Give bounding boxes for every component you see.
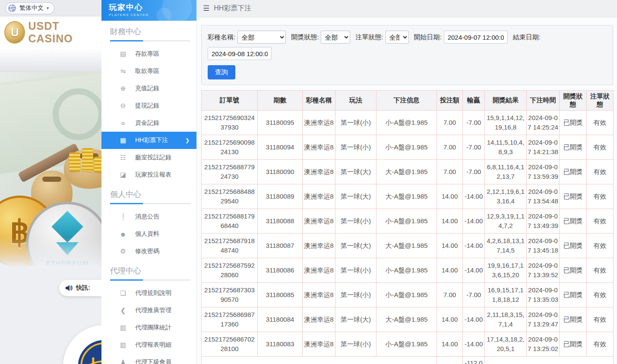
- floating-team-badge[interactable]: [63, 325, 101, 364]
- main-titlebar: ☰ HH彩票下注: [197, 0, 617, 17]
- promo-photo: KB 46279 ฿ ETHEREUM: [0, 72, 101, 268]
- cell-draw-result: 17,14,3,18,2,20,5,1: [485, 332, 527, 357]
- language-selector[interactable]: 繁体中文 ▾: [5, 2, 54, 14]
- cell-bet-time: 2024-09-07 13:35:03: [527, 283, 560, 307]
- ticker-label: 快訊:: [76, 284, 90, 292]
- sidebar-item[interactable]: ☻個人資料: [101, 225, 196, 243]
- column-header: 玩法: [335, 91, 377, 111]
- cell-draw-result: 6,8,11,16,4,12,13,7: [485, 160, 527, 184]
- sidebar-item[interactable]: ♟代理下級會員: [101, 354, 196, 364]
- cell-lottery-name: 澳洲幸运8: [303, 135, 335, 160]
- sidebar-item-label: 取款專區: [135, 67, 159, 75]
- sidebar-item[interactable]: ⇋取款專區: [101, 63, 196, 80]
- cell-order-status: 有效: [587, 111, 614, 135]
- cell-order-status: 有效: [587, 234, 614, 258]
- language-bar: 繁体中文 ▾: [0, 0, 101, 16]
- speaker-icon: [65, 285, 73, 291]
- lottery-name-select[interactable]: 全部: [237, 31, 286, 44]
- cell-bet-info: 小-A盤@1.985: [377, 332, 437, 357]
- logo-text: USDT CASINO: [28, 20, 101, 45]
- section-title: 個人中心: [110, 189, 196, 199]
- bill-serial-text: KB 46279: [30, 244, 82, 256]
- bitcoin-symbol: ฿: [10, 214, 30, 250]
- cell-win-loss: -14.00: [463, 258, 485, 283]
- cell-order-no: 2152172568877924730: [202, 160, 258, 184]
- deposit-icon: ▤: [119, 50, 127, 58]
- start-date-input[interactable]: [444, 31, 508, 44]
- cell-play-type: 第一球(小): [335, 135, 377, 160]
- agent-promo-icon: ❮: [119, 307, 127, 314]
- page-summary-empty: [485, 357, 614, 364]
- cell-order-status: 有效: [587, 283, 614, 307]
- sidebar-item-label: 充值記錄: [135, 85, 159, 92]
- sidebar-item[interactable]: ❏代理規則說明: [101, 285, 196, 302]
- table-header-row: 訂單號期數彩種名稱玩法下注信息投注額輸贏開獎結果下注時間開獎狀態注單狀態: [202, 91, 614, 111]
- cell-order-status: 有效: [587, 307, 614, 332]
- sidebar-item[interactable]: ❮代理推廣管理: [101, 302, 196, 319]
- table-row: 215217256900982413031180094澳洲幸运8第一球(小)小-…: [202, 135, 614, 160]
- order-status-select[interactable]: 全部: [386, 31, 409, 44]
- sidebar-item-label: 提現記錄: [135, 102, 159, 110]
- sidebar-item[interactable]: ⊖提現記錄: [101, 97, 196, 114]
- cell-draw-status: 已開獎: [560, 307, 587, 332]
- cell-bet-amount: 14.00: [437, 184, 463, 209]
- cell-bet-info: 大-A盤@1.985: [377, 184, 437, 209]
- page-summary-bet: 112.00: [437, 357, 463, 364]
- sidebar-item[interactable]: ▥代理報表明細: [101, 336, 196, 354]
- cell-win-loss: -14.00: [463, 307, 485, 332]
- chevron-down-icon: ▾: [47, 6, 49, 10]
- cell-lottery-name: 澳洲幸运8: [303, 307, 335, 332]
- cell-bet-amount: 14.00: [437, 209, 463, 234]
- cell-bet-time: 2024-09-07 13:25:02: [527, 332, 560, 357]
- page-summary-winloss: -112.00: [463, 357, 485, 364]
- cell-order-status: 有效: [587, 160, 614, 184]
- sidebar-item[interactable]: ❕消息公告: [101, 208, 196, 225]
- cell-order-status: 有效: [587, 258, 614, 283]
- hall-bet-record-icon: ☷: [119, 154, 127, 161]
- sidebar-item[interactable]: ▦HH彩票下注❯: [101, 132, 196, 149]
- cell-order-no: 2152172568670228100: [202, 332, 258, 357]
- cell-draw-status: 已開獎: [560, 258, 587, 283]
- agent-members-icon: ♟: [119, 358, 127, 364]
- search-button[interactable]: 查詢: [208, 65, 235, 79]
- cell-lottery-name: 澳洲幸运8: [303, 332, 335, 357]
- cell-play-type: 第一球(大): [335, 307, 377, 332]
- sidebar-item[interactable]: ▤存款專區: [101, 45, 196, 63]
- cell-draw-result: 19,9,16,17,13,6,15,20: [485, 258, 527, 283]
- cell-draw-status: 已開獎: [560, 160, 587, 184]
- filter-row: 彩種名稱: 全部 開獎狀態: 全部 注單狀態: 全部 開始日期: 結束日期:: [208, 31, 608, 60]
- sidebar-item[interactable]: ☷廳室投註記錄: [101, 149, 196, 166]
- cell-bet-amount: 14.00: [437, 234, 463, 258]
- globe-icon: [8, 4, 16, 13]
- cell-play-type: 第一球(大): [335, 184, 377, 209]
- sidebar-item-label: 修改密碼: [135, 247, 159, 255]
- cell-bet-info: 大-A盤@1.985: [377, 160, 437, 184]
- ethereum-diamond: [51, 211, 83, 243]
- draw-status-label: 開獎狀態:: [291, 33, 319, 41]
- hamburger-menu-icon[interactable]: ☰: [203, 4, 209, 13]
- sidebar-item[interactable]: ⚙修改密碼: [101, 243, 196, 260]
- sidebar-item-label: 代理報表明細: [135, 341, 171, 349]
- cell-lottery-name: 澳洲幸运8: [303, 258, 335, 283]
- cell-win-loss: -14.00: [463, 234, 485, 258]
- lottery-bet-icon: ▦: [119, 136, 127, 144]
- end-date-input[interactable]: [208, 47, 272, 60]
- sidebar-item[interactable]: ▥代理團隊統計: [101, 319, 196, 336]
- sidebar-item-label: 代理規則說明: [135, 289, 171, 297]
- draw-status-select[interactable]: 全部: [321, 31, 350, 44]
- sidebar-item[interactable]: ◪玩家投注報表: [101, 166, 196, 184]
- cell-bet-time: 2024-09-07 14:21:38: [527, 135, 560, 160]
- cell-draw-result: 12,9,3,19,1,14,7,2: [485, 209, 527, 234]
- sidebar-item-label: 代理下級會員: [135, 358, 171, 364]
- cell-draw-result: 2,11,18,3,15,7,1,4: [485, 307, 527, 332]
- cell-draw-status: 已開獎: [560, 283, 587, 307]
- column-header: 投注額: [437, 91, 463, 111]
- cell-period: 31180084: [258, 307, 303, 332]
- cell-order-status: 有效: [587, 135, 614, 160]
- sidebar-item-label: 代理團隊統計: [135, 324, 171, 332]
- cell-lottery-name: 澳洲幸运8: [303, 111, 335, 135]
- sidebar-item-label: 消息公告: [135, 213, 159, 221]
- sidebar-item[interactable]: ⊕充值記錄: [101, 80, 196, 97]
- sidebar-item[interactable]: ¤資金記錄: [101, 114, 196, 132]
- cell-draw-status: 已開獎: [560, 184, 587, 209]
